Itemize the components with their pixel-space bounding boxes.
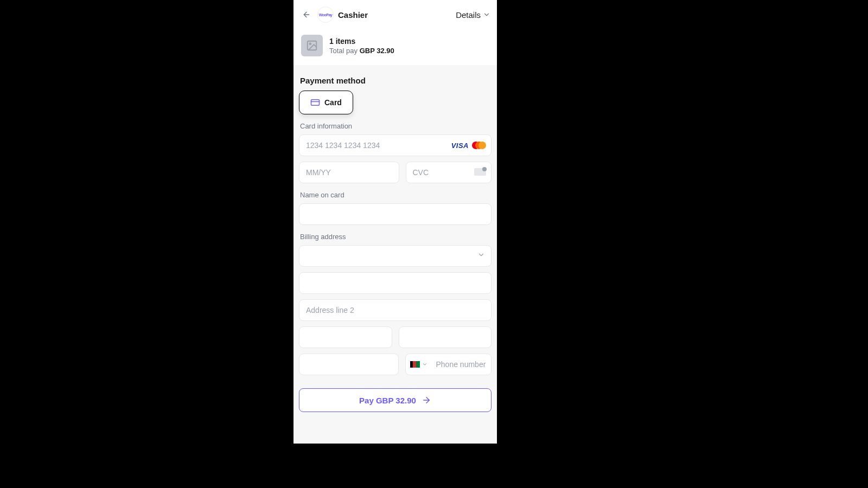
card-info-label: Card information bbox=[300, 122, 490, 130]
arrow-left-icon bbox=[302, 10, 311, 19]
billing-city-input[interactable] bbox=[299, 326, 392, 348]
payment-method-title: Payment method bbox=[300, 76, 490, 85]
chevron-down-icon bbox=[483, 11, 490, 18]
details-toggle[interactable]: Details bbox=[456, 10, 490, 20]
billing-state-input[interactable] bbox=[299, 354, 399, 375]
billing-postcode-input[interactable] bbox=[399, 326, 492, 348]
details-label: Details bbox=[456, 10, 481, 20]
visa-icon: VISA bbox=[451, 142, 469, 150]
billing-address-line2-input[interactable] bbox=[299, 299, 492, 321]
accepted-card-brands: VISA bbox=[451, 141, 486, 150]
billing-phone-field bbox=[405, 354, 492, 375]
phone-country-picker[interactable] bbox=[406, 361, 432, 368]
arrow-right-icon bbox=[422, 395, 431, 405]
billing-phone-input[interactable] bbox=[432, 354, 492, 375]
order-thumbnail bbox=[301, 35, 323, 56]
name-on-card-input[interactable] bbox=[299, 203, 492, 225]
order-summary: 1 items Total pay GBP 32.90 bbox=[293, 29, 497, 65]
svg-rect-3 bbox=[311, 100, 320, 106]
back-button[interactable] bbox=[300, 8, 313, 21]
name-on-card-label: Name on card bbox=[300, 191, 490, 199]
svg-point-2 bbox=[309, 43, 311, 44]
pay-button[interactable]: Pay GBP 32.90 bbox=[299, 388, 492, 412]
card-icon bbox=[310, 98, 320, 107]
cvc-card-icon bbox=[474, 167, 487, 178]
billing-country-select[interactable] bbox=[299, 245, 492, 267]
billing-address-label: Billing address bbox=[300, 233, 490, 241]
svg-point-6 bbox=[482, 167, 487, 171]
brand-logo: WooPay bbox=[317, 7, 334, 23]
total-prefix: Total pay bbox=[329, 47, 360, 55]
billing-address-line1-input[interactable] bbox=[299, 272, 492, 294]
pay-button-label: Pay GBP 32.90 bbox=[359, 396, 416, 405]
total-line: Total pay GBP 32.90 bbox=[329, 47, 394, 55]
checkout-panel: WooPay Cashier Details 1 items Total pay… bbox=[293, 0, 497, 444]
total-amount: GBP 32.90 bbox=[360, 47, 394, 55]
image-placeholder-icon bbox=[306, 40, 318, 52]
payment-method-card-label: Card bbox=[324, 98, 342, 107]
mastercard-icon bbox=[472, 141, 486, 150]
chevron-down-icon bbox=[422, 362, 427, 367]
items-count: 1 items bbox=[329, 37, 394, 46]
header: WooPay Cashier Details bbox=[293, 0, 497, 29]
payment-method-card[interactable]: Card bbox=[299, 91, 353, 114]
page-title: Cashier bbox=[338, 10, 368, 20]
card-expiry-input[interactable] bbox=[299, 162, 399, 183]
flag-icon bbox=[410, 361, 420, 368]
